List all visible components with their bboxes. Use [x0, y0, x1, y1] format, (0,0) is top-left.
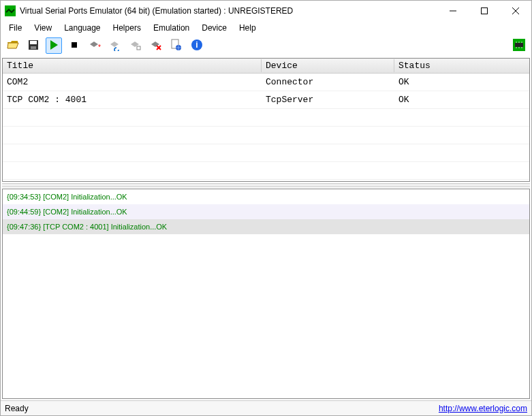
menubar: File View Language Helpers Emulation Dev… [1, 21, 531, 35]
cell-status: OK [394, 76, 529, 89]
cell-title: COM2 [3, 76, 262, 89]
statusbar: Ready http://www.eterlogic.com [1, 400, 531, 415]
chip-icon [513, 39, 525, 53]
minimize-button[interactable] [437, 1, 469, 21]
menu-helpers[interactable]: Helpers [108, 22, 146, 34]
close-button[interactable] [500, 1, 531, 21]
svg-rect-18 [515, 43, 523, 47]
menu-language[interactable]: Language [59, 22, 106, 34]
menu-file[interactable]: File [3, 22, 27, 34]
plug-properties-icon [129, 39, 142, 53]
website-link[interactable]: http://www.eterlogic.com [439, 404, 527, 413]
menu-emulation[interactable]: Emulation [148, 22, 195, 34]
about-button[interactable]: i [189, 37, 205, 54]
svg-rect-2 [482, 8, 488, 14]
svg-rect-10 [137, 46, 140, 50]
svg-text:*: * [98, 44, 101, 51]
menu-view[interactable]: View [29, 22, 57, 34]
log-entry[interactable]: {09:47:36} [TCP COM2 : 4001] Initializat… [3, 219, 529, 234]
device-table: Title Device Status COM2 Connector OK TC… [2, 58, 530, 182]
device-chip-button[interactable] [511, 37, 527, 54]
plug-delete-icon [150, 39, 162, 53]
svg-text:i: i [195, 40, 198, 50]
plug-refresh-icon [109, 39, 121, 53]
reinit-device-button[interactable] [107, 37, 123, 54]
play-icon [48, 39, 60, 53]
table-header: Title Device Status [3, 59, 529, 74]
start-emulation-button[interactable] [46, 37, 62, 54]
create-device-button[interactable]: * [87, 37, 103, 54]
open-folder-icon [7, 39, 19, 53]
log-entry[interactable]: {09:44:59} [COM2] Initialization...OK [3, 204, 529, 219]
svg-rect-7 [31, 46, 36, 49]
maximize-button[interactable] [469, 1, 500, 21]
table-row[interactable]: COM2 Connector OK [3, 74, 529, 91]
table-row[interactable] [3, 144, 529, 162]
table-row[interactable] [3, 127, 529, 144]
menu-help[interactable]: Help [234, 22, 262, 34]
table-row[interactable] [3, 162, 529, 180]
window-title: Virtual Serial Ports Emulator (64 bit) (… [20, 6, 437, 16]
table-row[interactable] [3, 109, 529, 127]
col-status[interactable]: Status [394, 59, 529, 72]
cell-device: TcpServer [262, 93, 394, 106]
log-panel: {09:34:53} [COM2] Initialization...OK {0… [2, 189, 530, 399]
info-icon: i [191, 39, 203, 53]
titlebar: Virtual Serial Ports Emulator (64 bit) (… [1, 1, 531, 21]
cell-title: TCP COM2 : 4001 [3, 93, 262, 106]
col-title[interactable]: Title [3, 59, 262, 72]
log-entry[interactable]: {09:34:53} [COM2] Initialization...OK [3, 189, 529, 204]
menu-device[interactable]: Device [196, 22, 232, 34]
device-properties-button[interactable] [127, 37, 144, 54]
table-row[interactable]: TCP COM2 : 4001 TcpServer OK [3, 91, 529, 109]
status-text: Ready [5, 404, 29, 413]
col-device[interactable]: Device [262, 59, 394, 72]
save-floppy-icon [27, 39, 40, 53]
app-icon [5, 5, 16, 16]
cell-device: Connector [262, 76, 394, 89]
svg-rect-8 [72, 42, 77, 48]
delete-device-button[interactable] [148, 37, 164, 54]
stop-emulation-button[interactable] [66, 37, 82, 54]
splitter[interactable] [2, 183, 530, 187]
save-button[interactable] [25, 37, 42, 54]
stop-icon [68, 39, 80, 53]
svg-rect-6 [30, 41, 37, 44]
page-globe-icon [170, 39, 183, 53]
toolbar: * i [1, 35, 531, 57]
cell-status: OK [394, 93, 529, 106]
open-button[interactable] [5, 37, 21, 54]
plug-new-icon: * [89, 39, 101, 53]
network-settings-button[interactable] [168, 37, 185, 54]
app-window: Virtual Serial Ports Emulator (64 bit) (… [0, 0, 532, 416]
